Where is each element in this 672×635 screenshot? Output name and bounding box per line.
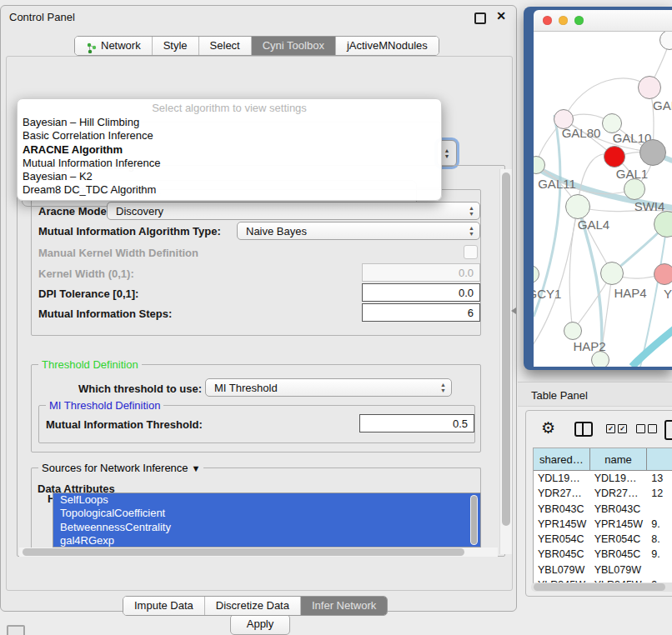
table-row[interactable]: YDL19…YDL19…13	[534, 471, 672, 486]
table-row[interactable]: YBR043CYBR043C	[534, 502, 672, 517]
network-node-y[interactable]	[654, 263, 672, 285]
algorithm-option[interactable]: Dream8 DC_TDC Algorithm	[18, 183, 441, 197]
minimize-traffic-light-icon[interactable]	[559, 16, 568, 25]
algorithm-option[interactable]: Bayesian – Hill Climbing	[18, 116, 441, 129]
gear-icon[interactable]: ⚙	[541, 418, 555, 437]
attributes-scrollbar[interactable]	[470, 495, 478, 545]
node-label: GAL11	[538, 177, 576, 191]
mi-threshold-field[interactable]: 0.5	[359, 414, 474, 432]
mi-algorithm-type-combo[interactable]: Naive Bayes ▲▼	[237, 222, 480, 240]
node-label: HAP4	[614, 286, 646, 300]
network-node-hap4[interactable]	[600, 262, 624, 285]
node-label: GCY1	[534, 287, 561, 301]
select-checkboxes-icon[interactable]: ✓✓	[606, 424, 627, 433]
cyni-algorithm-settings-group: Cyni Algorithm Settings Algorithm Defini…	[17, 165, 505, 557]
table-header-row: shared…name	[534, 448, 672, 471]
network-node[interactable]	[591, 351, 609, 367]
application-root: Control Panel ✕ NetworkStyleSelectCyni T…	[0, 0, 672, 635]
settings-horizontal-scrollbar[interactable]	[19, 548, 498, 557]
network-node[interactable]	[639, 139, 666, 166]
algorithm-dropdown-popup: Select algorithm to view settings Bayesi…	[17, 98, 442, 201]
node-table: shared…name YDL19…YDL19…13YDR27…YDR27…12…	[533, 448, 672, 583]
mi-threshold-definition-title: MI Threshold Definition	[46, 399, 163, 412]
table-row[interactable]: YBL079WYBL079W	[534, 562, 672, 578]
network-node-gal4[interactable]	[565, 194, 590, 219]
aracne-mode-combo[interactable]: Discovery ▲▼	[107, 202, 480, 220]
algorithm-placeholder: Select algorithm to view settings	[18, 102, 441, 116]
kernel-width-field[interactable]: 0.0	[362, 263, 480, 282]
attribute-item[interactable]: BetweennessCentrality	[53, 521, 480, 534]
zoom-traffic-light-icon[interactable]	[574, 16, 584, 25]
tab-discretize-data[interactable]: Discretize Data	[204, 597, 300, 615]
tab-style[interactable]: Style	[152, 37, 198, 55]
column-header[interactable]: shared…	[534, 448, 590, 470]
data-attributes-list: SelfLoopsTopologicalCoefficientBetweenne…	[53, 492, 481, 548]
sources-group-title: Sources for Network Inference▼	[38, 462, 203, 474]
split-pane-handle-icon[interactable]	[511, 308, 516, 314]
algorithm-option[interactable]: Bayesian – K2	[18, 170, 441, 183]
deselect-checkboxes-icon[interactable]	[636, 424, 657, 433]
manual-kernel-width-checkbox[interactable]	[464, 245, 478, 259]
float-window-icon[interactable]	[474, 12, 486, 24]
which-threshold-label: Which threshold to use:	[78, 382, 202, 395]
network-node-gal1[interactable]	[604, 146, 625, 168]
attribute-item[interactable]: gal4RGexp	[53, 534, 480, 548]
table-row[interactable]: YBR045CYBR045C9.	[534, 547, 672, 562]
network-icon	[86, 41, 97, 52]
mi-threshold-label: Mutual Information Threshold:	[46, 418, 203, 431]
combo-stepper-icon: ▲▼	[469, 225, 474, 237]
column-header[interactable]: name	[590, 448, 648, 470]
close-panel-icon[interactable]: ✕	[496, 9, 506, 22]
network-node-gal[interactable]	[638, 76, 661, 99]
attribute-item[interactable]: SelfLoops	[53, 493, 480, 507]
table-horizontal-scrollbar[interactable]	[531, 582, 672, 592]
threshold-definition-title: Threshold Definition	[38, 358, 142, 371]
settings-vertical-scrollbar[interactable]	[499, 169, 512, 554]
function-icon[interactable]	[664, 420, 672, 440]
table-row[interactable]: YER054CYER054C8.	[534, 532, 672, 547]
tab-network[interactable]: Network	[75, 37, 152, 55]
algorithm-option[interactable]: Basic Correlation Inference	[18, 129, 441, 142]
cyni-bottom-tab-bar: Impute DataDiscretize DataInfer Network	[123, 596, 388, 616]
aracne-mode-label: Aracne Mode:	[38, 205, 110, 218]
network-window-titlebar[interactable]	[534, 10, 672, 32]
tab-infer-network[interactable]: Infer Network	[300, 597, 387, 615]
mi-steps-label: Mutual Information Steps:	[38, 308, 172, 320]
table-row[interactable]: YPR145WYPR145W9.	[534, 517, 672, 532]
dpi-tolerance-label: DPI Tolerance [0,1]:	[38, 288, 138, 300]
combo-stepper-icon: ▲▼	[440, 382, 446, 393]
algorithm-option[interactable]: ARACNE Algorithm	[18, 143, 441, 157]
combo-stepper-icon: ▲▼	[469, 205, 474, 217]
which-threshold-combo[interactable]: MI Threshold ▲▼	[205, 378, 452, 397]
attribute-item[interactable]: TopologicalCoefficient	[53, 507, 480, 520]
tab-impute-data[interactable]: Impute Data	[123, 597, 204, 615]
tab-cyni-toolbox[interactable]: Cyni Toolbox	[251, 37, 335, 55]
node-label: GAL80	[562, 126, 601, 140]
table-row[interactable]: YDR27…YDR27…12	[534, 486, 672, 501]
network-canvas[interactable]: GALGAL80GAL10GAL1SWI4GAL11GAL4GCY1HAP4YH…	[534, 32, 672, 367]
control-panel-window: Control Panel ✕ NetworkStyleSelectCyni T…	[0, 5, 517, 612]
window-edge-chip	[7, 625, 25, 635]
mi-algorithm-type-label: Mutual Information Algorithm Type:	[38, 225, 221, 238]
tab-jactivemnodules[interactable]: jActiveMNodules	[335, 37, 439, 55]
mi-threshold-definition-group: MI Threshold Definition Mutual Informati…	[38, 405, 475, 443]
network-view-window[interactable]: GALGAL80GAL10GAL1SWI4GAL11GAL4GCY1HAP4YH…	[524, 7, 672, 370]
node-label: Y	[664, 287, 672, 301]
close-traffic-light-icon[interactable]	[543, 16, 552, 25]
network-node-swi4[interactable]	[624, 178, 645, 200]
control-panel-title: Control Panel	[9, 11, 75, 23]
split-columns-icon[interactable]	[574, 422, 593, 437]
node-label: GAL	[653, 98, 672, 112]
column-header[interactable]	[647, 448, 672, 470]
mi-steps-field[interactable]: 6	[362, 303, 480, 322]
tab-select[interactable]: Select	[198, 37, 251, 55]
table-toolbar: ⚙ ✓✓	[526, 418, 672, 442]
table-panel: ⚙ ✓✓ shared…name YDL19…YDL19…13YDR27…YDR…	[525, 410, 672, 597]
node-label: SWI4	[634, 199, 665, 213]
apply-button[interactable]: Apply	[230, 614, 290, 635]
network-node-hap2[interactable]	[564, 322, 582, 340]
manual-kernel-width-label: Manual Kernel Width Definition	[38, 247, 198, 259]
algorithm-option[interactable]: Mutual Information Inference	[18, 157, 441, 170]
dpi-tolerance-field[interactable]: 0.0	[362, 283, 480, 302]
collapse-arrow-icon: ▼	[192, 463, 201, 473]
